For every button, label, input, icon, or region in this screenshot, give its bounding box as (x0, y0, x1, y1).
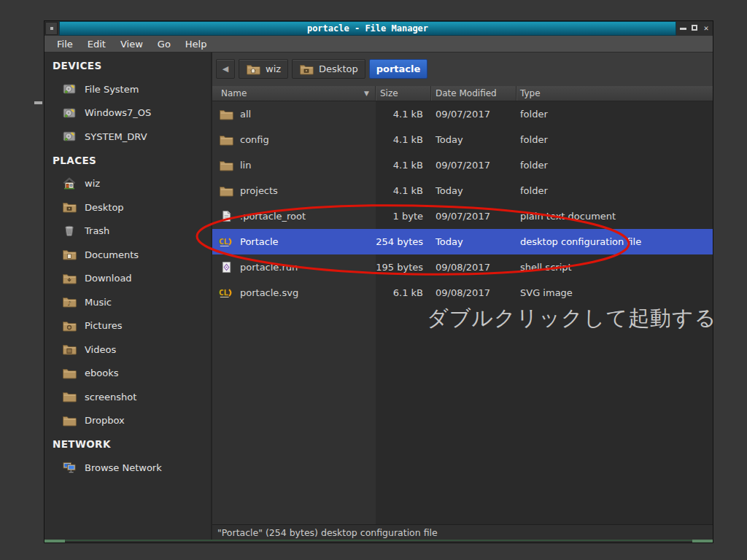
cell-type: SVG image (516, 287, 713, 298)
sidebar-item-desktop[interactable]: Desktop (44, 195, 211, 219)
download-folder-icon (62, 272, 77, 284)
file-row-all[interactable]: all 4.1 kB 09/07/2017 folder (212, 101, 713, 127)
title-bar[interactable]: portacle - File Manager ✕ (44, 21, 713, 36)
sidebar-item-label: File System (85, 84, 139, 95)
sidebar-item-label: Dropbox (85, 415, 125, 426)
cell-date: Today (431, 185, 516, 196)
cell-name: .portacle_root (212, 210, 376, 223)
folder-icon (219, 108, 233, 121)
sidebar-item-videos[interactable]: Videos (44, 338, 211, 362)
menu-item-view[interactable]: View (114, 37, 150, 51)
svg-text:CL: CL (219, 237, 229, 246)
network-icon (62, 462, 77, 474)
close-icon: ✕ (704, 23, 709, 33)
sidebar-item-wiz[interactable]: wiz (44, 172, 211, 196)
file-row-portacle[interactable]: CL Portacle 254 bytes Today desktop conf… (212, 229, 713, 254)
sidebar-item-label: Documents (85, 249, 139, 260)
desktop-folder-icon (62, 201, 77, 214)
resize-grip-left[interactable] (44, 540, 65, 542)
close-button[interactable]: ✕ (701, 23, 711, 34)
file-list: Name ▼ Size Date Modified Type all 4.1 k… (212, 86, 713, 524)
sidebar-item-documents[interactable]: Documents (44, 243, 211, 267)
file-row-portacle-root[interactable]: .portacle_root 1 byte 09/07/2017 plain t… (212, 203, 713, 229)
sidebar-item-ebooks[interactable]: ebooks (44, 362, 211, 386)
cell-name: projects (212, 184, 376, 198)
maximize-button[interactable] (689, 23, 700, 34)
column-header-type[interactable]: Type (516, 86, 713, 101)
window-menu-button[interactable] (45, 22, 58, 35)
cell-name: lin (212, 159, 376, 172)
sidebar-item-dropbox[interactable]: Dropbox (44, 409, 211, 433)
sidebar-item-music[interactable]: ♪ Music (44, 290, 211, 314)
music-folder-icon: ♪ (62, 296, 77, 308)
resize-grip-right[interactable] (692, 540, 713, 542)
window-menu-dot-icon (50, 27, 53, 30)
menu-item-go[interactable]: Go (151, 37, 177, 51)
svg-text:♪: ♪ (67, 300, 71, 307)
breadcrumb-desktop[interactable]: Desktop (292, 59, 365, 79)
breadcrumb-portacle[interactable]: portacle (369, 59, 428, 79)
folder-icon (219, 133, 233, 147)
column-header-date-modified[interactable]: Date Modified (431, 86, 516, 101)
minimize-button[interactable] (678, 23, 688, 34)
folder-icon (62, 414, 77, 427)
sidebar-item-browse-network[interactable]: Browse Network (44, 456, 211, 480)
home-folder-icon (246, 63, 260, 75)
file-row-config[interactable]: config 4.1 kB Today folder (212, 127, 713, 152)
cursor-dash-mark (34, 101, 42, 104)
cell-type: shell script (516, 262, 713, 273)
menu-bar: FileEditViewGoHelp (44, 36, 713, 52)
cell-date: Today (431, 236, 516, 247)
maximize-icon (692, 25, 697, 31)
sidebar-item-label: screenshot (85, 392, 136, 402)
menu-item-edit[interactable]: Edit (81, 37, 112, 51)
sidebar-item-download[interactable]: Download (44, 267, 211, 291)
menu-item-file[interactable]: File (50, 37, 80, 51)
cell-type: folder (516, 160, 713, 171)
menu-item-help[interactable]: Help (179, 37, 214, 51)
file-row-portacle-svg[interactable]: CL portacle.svg 6.1 kB 09/08/2017 SVG im… (212, 280, 713, 306)
breadcrumb-wiz[interactable]: wiz (239, 59, 288, 79)
file-name: all (240, 109, 251, 120)
sidebar-section-network: NETWORK (44, 432, 211, 456)
crumb-label: wiz (266, 63, 281, 74)
pictures-folder-icon (62, 319, 77, 332)
cell-type: desktop configuration file (516, 236, 713, 247)
sidebar-item-label: Music (85, 297, 112, 308)
window-bottom-border (44, 540, 713, 542)
cell-type: folder (516, 134, 713, 145)
sidebar-item-system-drv[interactable]: SYSTEM_DRV (44, 125, 211, 149)
status-text: "Portacle" (254 bytes) desktop configura… (217, 527, 438, 538)
file-row-portacle-run[interactable]: portacle.run 195 bytes 09/08/2017 shell … (212, 254, 713, 280)
minimize-icon (680, 28, 686, 30)
file-name: lin (240, 160, 251, 171)
file-name: portacle.run (240, 262, 298, 273)
column-header-size[interactable]: Size (376, 86, 431, 101)
sidebar-item-label: Windows7_OS (85, 107, 151, 118)
sidebar-item-trash[interactable]: Trash (44, 219, 211, 244)
sidebar-item-windows7-os[interactable]: Windows7_OS (44, 101, 211, 125)
sidebar-item-label: Trash (85, 225, 109, 236)
shell-script-icon (219, 261, 233, 274)
drive-icon (62, 106, 77, 119)
cell-name: all (212, 108, 376, 121)
sidebar-item-pictures[interactable]: Pictures (44, 314, 211, 338)
file-row-projects[interactable]: projects 4.1 kB Today folder (212, 178, 713, 203)
column-header-label: Size (380, 88, 398, 98)
window-body: DEVICES File System Windows7_OS SYSTEM_D… (44, 52, 713, 540)
title-area[interactable]: portacle - File Manager (59, 21, 676, 36)
cl-logo-icon: CL (219, 236, 233, 249)
sidebar-item-screenshot[interactable]: screenshot (44, 385, 211, 409)
videos-folder-icon (62, 343, 77, 356)
cell-date: Today (431, 134, 516, 145)
sidebar-item-label: Videos (85, 344, 116, 355)
desktop-background: portacle - File Manager ✕ FileEditViewGo… (0, 0, 747, 560)
back-button[interactable]: ◀ (216, 59, 235, 79)
sidebar-item-file-system[interactable]: File System (44, 77, 211, 101)
file-row-lin[interactable]: lin 4.1 kB 09/07/2017 folder (212, 152, 713, 178)
cell-size: 4.1 kB (376, 160, 431, 171)
breadcrumb: wiz Desktop portacle (239, 59, 427, 86)
column-header-name[interactable]: Name ▼ (212, 86, 376, 101)
file-rows[interactable]: all 4.1 kB 09/07/2017 folder config 4.1 … (212, 101, 713, 524)
cell-size: 4.1 kB (376, 185, 431, 196)
